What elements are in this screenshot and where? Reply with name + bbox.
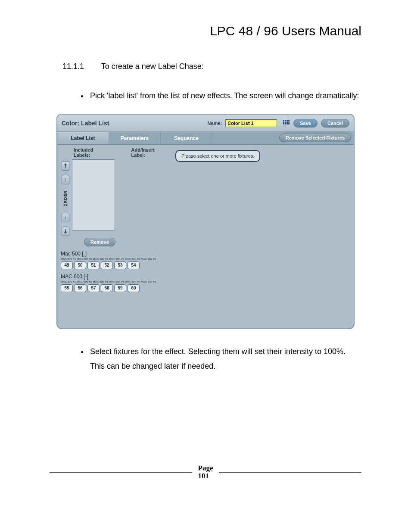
hint-tooltip: Please select one or more fixtures. xyxy=(175,150,260,162)
section-heading: 11.1.1 To create a new Label Chase: xyxy=(62,62,361,71)
arrow-down-icon: ↓ xyxy=(64,215,67,221)
double-arrow-down-icon: ⤓ xyxy=(63,228,68,234)
section-number: 11.1.1 xyxy=(62,62,99,71)
fixture-button[interactable]: 49 xyxy=(61,261,73,269)
included-labels-listbox[interactable] xyxy=(72,159,115,230)
fixture-button[interactable]: 58 xyxy=(101,284,113,292)
fixture-button[interactable]: 59 xyxy=(114,284,126,292)
footer-rule xyxy=(219,472,361,473)
fixture-group: Mac 500 [-] MAC 500 #1 MAC 500 #2 MAC 50… xyxy=(61,251,168,269)
fixture-button[interactable]: 53 xyxy=(114,261,126,269)
cancel-button[interactable]: Cancel xyxy=(321,119,349,128)
move-bottom-button[interactable]: ⤓ xyxy=(62,227,69,236)
color-grid-icon[interactable] xyxy=(283,120,290,127)
order-label: ORDER xyxy=(63,189,68,208)
bullet-item: Select fixtures for the effect. Selectin… xyxy=(88,344,361,373)
tab-parameters[interactable]: Parameters xyxy=(109,132,161,144)
footer-rule xyxy=(50,472,192,473)
fixture-group-title[interactable]: Mac 500 [-] xyxy=(61,251,168,257)
included-labels-header: Included Labels: xyxy=(74,147,110,158)
bullet-item: Pick 'label list' from the list of new e… xyxy=(88,88,361,103)
fixture-button[interactable]: 57 xyxy=(87,284,100,292)
panel-title: Color: Label List xyxy=(62,120,109,127)
arrow-up-icon: ↑ xyxy=(64,177,67,183)
fixture-group-sub: MAC 500 #1 MAC 500 #2 MAC 500 #3 MAC 500… xyxy=(61,258,168,260)
fixture-group-sub: MAC 600 #1 MAC 600 #2 MAC 600 #3 MAC 600… xyxy=(61,280,168,283)
move-top-button[interactable]: ⤒ xyxy=(62,161,69,171)
tab-bar: Label List Parameters Sequence Remove Se… xyxy=(57,132,354,145)
tab-label-list[interactable]: Label List xyxy=(57,132,109,144)
fixture-button[interactable]: 50 xyxy=(74,261,86,269)
remove-button[interactable]: Remove xyxy=(84,238,115,246)
move-down-button[interactable]: ↓ xyxy=(62,213,69,222)
double-arrow-up-icon: ⤒ xyxy=(63,163,68,169)
fixture-button[interactable]: 56 xyxy=(74,284,86,292)
add-insert-label-header: Add/Insert Label: xyxy=(131,147,168,158)
fixture-group-title[interactable]: MAC 600 [-] xyxy=(61,274,168,280)
name-input[interactable] xyxy=(225,119,277,127)
document-title: LPC 48 / 96 Users Manual xyxy=(50,24,361,38)
move-up-button[interactable]: ↑ xyxy=(62,175,69,184)
section-title: To create a new Label Chase: xyxy=(101,62,204,71)
save-button[interactable]: Save xyxy=(293,119,318,128)
fixture-button[interactable]: 51 xyxy=(87,261,100,269)
page-number: 101 xyxy=(198,472,213,480)
fixture-button[interactable]: 54 xyxy=(128,261,140,269)
app-panel: Color: Label List Name: Save Cancel Labe… xyxy=(56,114,355,329)
fixture-group: MAC 600 [-] MAC 600 #1 MAC 600 #2 MAC 60… xyxy=(61,274,168,292)
fixture-button[interactable]: 60 xyxy=(128,284,140,292)
tab-sequence[interactable]: Sequence xyxy=(161,132,212,144)
name-label: Name: xyxy=(208,121,222,126)
fixture-button[interactable]: 52 xyxy=(101,261,113,269)
page-label: Page xyxy=(198,464,213,473)
app-titlebar: Color: Label List Name: Save Cancel xyxy=(57,115,354,132)
page-footer: Page 101 xyxy=(50,464,361,486)
fixture-button[interactable]: 55 xyxy=(61,284,73,292)
remove-selected-fixtures-button[interactable]: Remove Selected Fixtures xyxy=(279,134,351,142)
